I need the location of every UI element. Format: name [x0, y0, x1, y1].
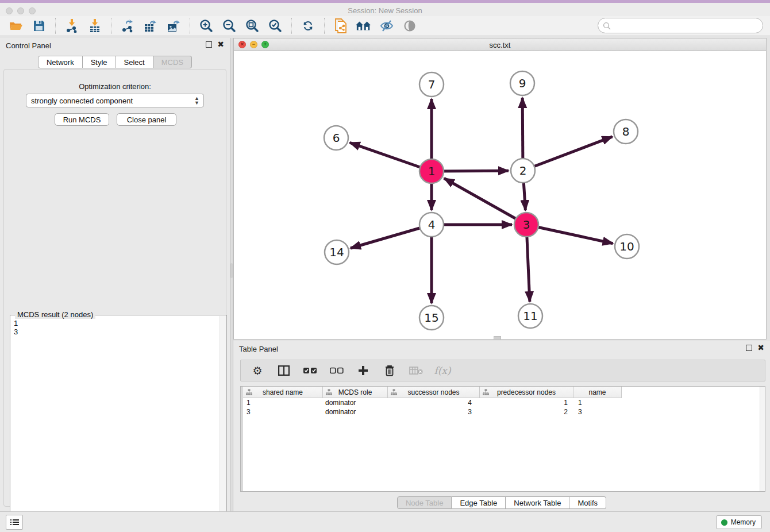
node-7[interactable]: 7 — [419, 72, 444, 97]
close-panel-icon[interactable]: ✖ — [217, 41, 224, 48]
svg-text:9: 9 — [519, 76, 526, 90]
home-layout-icon[interactable] — [356, 18, 372, 33]
table-header-row: shared nameMCDS rolesuccessor nodesprede… — [243, 387, 622, 398]
save-session-icon[interactable] — [31, 18, 47, 33]
zoom-in-icon[interactable] — [198, 18, 214, 33]
gear-icon[interactable]: ⚙ — [250, 363, 265, 378]
run-mcds-button[interactable]: Run MCDS — [55, 113, 109, 126]
table-cell[interactable]: dominator — [323, 407, 388, 417]
table-cell[interactable]: 3 — [573, 407, 622, 417]
edge-3-10[interactable] — [526, 225, 613, 244]
table-cell[interactable]: dominator — [323, 398, 388, 407]
column-header-shared-name[interactable]: shared name — [243, 387, 323, 398]
import-table-icon[interactable] — [87, 18, 103, 33]
svg-text:3: 3 — [523, 218, 530, 232]
delete-column-icon[interactable] — [382, 363, 397, 378]
tab-edge-table[interactable]: Edge Table — [452, 496, 506, 509]
export-network-icon[interactable] — [120, 18, 136, 33]
search-input[interactable] — [611, 20, 763, 32]
canvas-grip[interactable] — [494, 336, 501, 340]
criterion-select[interactable]: strongly connected component ▲▼ — [26, 94, 204, 107]
float-panel-icon[interactable] — [206, 41, 212, 48]
table-cell[interactable]: 3 — [388, 407, 480, 417]
svg-text:10: 10 — [619, 240, 634, 253]
table-panel-title: Table Panel — [239, 345, 278, 353]
column-header-mcds-role[interactable]: MCDS role — [323, 387, 388, 398]
node-1[interactable]: 1 — [419, 159, 444, 183]
mcds-panel: Optimization criterion: strongly connect… — [3, 69, 226, 507]
node-9[interactable]: 9 — [510, 71, 534, 95]
svg-text:1: 1 — [428, 164, 436, 178]
memory-button[interactable]: Memory — [716, 515, 762, 529]
zoom-out-icon[interactable] — [221, 18, 237, 33]
node-14[interactable]: 14 — [325, 240, 349, 264]
select-all-icon[interactable] — [303, 363, 318, 378]
split-view-icon[interactable] — [276, 363, 291, 378]
zoom-selected-icon[interactable] — [267, 18, 283, 33]
network-window-titlebar[interactable]: ✕ − + scc.txt — [234, 38, 766, 51]
node-2[interactable]: 2 — [511, 159, 535, 183]
hide-graphics-details-icon[interactable] — [379, 18, 395, 33]
edge-1-6[interactable] — [350, 142, 432, 171]
node-8[interactable]: 8 — [614, 119, 638, 144]
float-table-panel-icon[interactable] — [746, 345, 752, 351]
tab-node-table[interactable]: Node Table — [397, 496, 452, 509]
svg-text:11: 11 — [523, 309, 537, 323]
table-row[interactable]: 1dominator411 — [243, 398, 622, 407]
refresh-icon[interactable] — [300, 18, 316, 33]
search-field[interactable] — [598, 18, 763, 33]
node-4[interactable]: 4 — [419, 213, 444, 237]
mcds-result-text[interactable]: 1 3 — [11, 318, 218, 531]
search-icon — [603, 22, 611, 30]
column-header-successor-nodes[interactable]: successor nodes — [388, 387, 480, 398]
mcds-result-box: MCDS result (2 nodes) 1 3 — [10, 315, 227, 532]
table-row[interactable]: 3dominator323 — [243, 407, 622, 417]
criterion-value: strongly connected component — [31, 97, 133, 105]
tab-style[interactable]: Style — [83, 56, 116, 68]
open-session-icon[interactable] — [8, 18, 24, 33]
titlebar: Session: New Session — [0, 3, 770, 16]
control-panel-title: Control Panel — [6, 41, 51, 50]
show-graphics-details-icon[interactable] — [402, 18, 418, 33]
close-table-panel-icon[interactable]: ✖ — [757, 345, 764, 351]
table-cell[interactable]: 3 — [243, 407, 323, 417]
status-bar: Memory — [0, 511, 770, 532]
table-cell[interactable]: 1 — [243, 398, 323, 407]
table-cell[interactable]: 1 — [573, 398, 622, 407]
clone-network-icon[interactable] — [333, 18, 349, 33]
network-canvas[interactable]: 7968124314101511 — [234, 51, 766, 339]
node-15[interactable]: 15 — [419, 306, 444, 330]
table-cell[interactable]: 2 — [480, 407, 573, 417]
tab-motifs[interactable]: Motifs — [569, 496, 606, 509]
control-panel: Control Panel ✖ NetworkStyleSelectMCDS O… — [0, 38, 230, 511]
add-column-icon[interactable] — [356, 363, 371, 378]
main-toolbar — [0, 16, 770, 36]
splitter-handle[interactable] — [230, 263, 233, 278]
deselect-all-icon[interactable] — [329, 363, 344, 378]
zoom-fit-icon[interactable] — [244, 18, 260, 33]
svg-text:8: 8 — [622, 125, 630, 138]
tab-network[interactable]: Network — [38, 56, 83, 68]
cytoscape-app: Session: New Session — [0, 0, 770, 532]
tab-mcds[interactable]: MCDS — [153, 56, 192, 68]
export-image-icon[interactable] — [165, 18, 182, 33]
tab-network-table[interactable]: Network Table — [506, 496, 569, 509]
column-header-name[interactable]: name — [573, 387, 622, 398]
edge-3-1[interactable] — [444, 178, 526, 225]
node-10[interactable]: 10 — [615, 234, 639, 259]
task-history-button[interactable] — [6, 515, 23, 530]
table-cell[interactable]: 1 — [480, 398, 573, 407]
node-6[interactable]: 6 — [324, 126, 348, 150]
node-11[interactable]: 11 — [518, 304, 542, 328]
result-scrollbar[interactable] — [220, 316, 226, 532]
import-network-icon[interactable] — [64, 18, 80, 33]
node-table[interactable]: shared nameMCDS rolesuccessor nodesprede… — [240, 386, 765, 492]
column-header-predecessor-nodes[interactable]: predecessor nodes — [480, 387, 573, 398]
edge-2-8[interactable] — [523, 137, 613, 171]
close-panel-button[interactable]: Close panel — [117, 113, 176, 126]
export-table-icon[interactable] — [143, 18, 159, 33]
tab-select[interactable]: Select — [116, 56, 153, 68]
node-3[interactable]: 3 — [514, 213, 538, 237]
table-cell[interactable]: 4 — [388, 398, 480, 407]
table-scrollbar[interactable] — [760, 387, 765, 491]
